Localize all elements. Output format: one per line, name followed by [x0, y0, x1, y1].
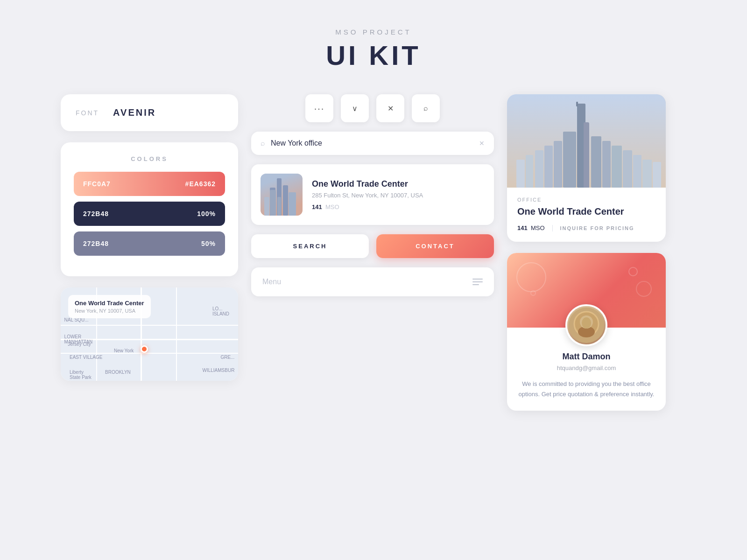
profile-avatar — [565, 304, 607, 346]
office-mso-label: MSO — [531, 224, 545, 231]
font-label: FONT — [76, 109, 99, 117]
main-grid: FONT AVENIR COLORS FFC0A7 #EA6362 272B48… — [61, 94, 686, 411]
search-clear-icon[interactable]: ✕ — [479, 140, 485, 147]
astronaut-illustration — [567, 306, 606, 344]
map-label: EAST VILLAGE — [70, 355, 102, 360]
result-address: 285 Fulton St, New York, NY 10007, USA — [312, 192, 485, 199]
search-query[interactable]: New York office — [271, 139, 473, 147]
svg-rect-7 — [576, 102, 578, 106]
svg-point-25 — [582, 317, 591, 329]
swatch-left-label: FFC0A7 — [83, 180, 111, 188]
svg-rect-4 — [264, 197, 269, 216]
close-icon: ✕ — [388, 104, 394, 113]
hamburger-line-3 — [472, 284, 479, 285]
right-column: OFFICE One World Trade Center 141 MSO IN… — [507, 94, 666, 411]
svg-rect-17 — [623, 150, 632, 188]
hamburger-line-2 — [472, 281, 483, 282]
contact-action-button[interactable]: CONTACT — [376, 234, 494, 258]
svg-rect-13 — [516, 160, 525, 188]
map-road — [61, 325, 238, 326]
hamburger-icon[interactable] — [472, 279, 483, 285]
colors-card: COLORS FFC0A7 #EA6362 272B48 100% 272B48… — [61, 142, 238, 276]
page-header: MSO PROJECT UI KIT — [326, 28, 421, 71]
more-button[interactable]: ··· — [305, 94, 333, 122]
close-button[interactable]: ✕ — [376, 94, 404, 122]
map-place-overlay: One World Trade Center New York, NY 1000… — [68, 295, 151, 318]
nyc-skyline-svg — [507, 94, 666, 188]
map-background: NAL SQU... LO...ISLAND LOWERMANHATTAN GR… — [61, 287, 238, 381]
office-info: OFFICE One World Trade Center 141 MSO IN… — [507, 188, 666, 242]
menu-label: Menu — [262, 278, 281, 286]
map-label: WILLIAMSBUR — [203, 368, 235, 373]
swatch-mid-left: 272B48 — [83, 240, 109, 247]
search-result-card: One World Trade Center 285 Fulton St, Ne… — [251, 164, 494, 225]
map-place-address: New York, NY 10007, USA — [75, 308, 144, 314]
svg-rect-11 — [535, 150, 543, 188]
office-pricing: INQUIRE FOR PRICING — [560, 225, 634, 231]
profile-card: Matt Damon htquandg@gmail.com We is comm… — [507, 253, 666, 411]
dropdown-button[interactable]: ∨ — [341, 94, 369, 122]
office-mso-count: 141 — [517, 224, 528, 231]
office-card: OFFICE One World Trade Center 141 MSO IN… — [507, 94, 666, 242]
map-label: New York — [114, 348, 134, 353]
more-icon: ··· — [314, 103, 325, 114]
map-label: LibertyState Park — [70, 370, 92, 380]
profile-banner — [507, 253, 666, 328]
left-column: FONT AVENIR COLORS FFC0A7 #EA6362 272B48… — [61, 94, 238, 411]
center-column: ··· ∨ ✕ ⌕ ⌕ New York office ✕ — [251, 94, 494, 411]
result-image-inner — [261, 174, 303, 216]
map-card: NAL SQU... LO...ISLAND LOWERMANHATTAN GR… — [61, 287, 238, 381]
svg-rect-1 — [270, 190, 276, 216]
font-name: AVENIR — [113, 107, 156, 118]
colors-title: COLORS — [74, 155, 225, 162]
search-action-button[interactable]: SEARCH — [251, 234, 369, 258]
swatch-dark-left: 272B48 — [83, 210, 109, 217]
color-swatch-dark: 272B48 100% — [74, 202, 225, 226]
svg-rect-10 — [544, 146, 553, 188]
result-name: One World Trade Center — [312, 179, 485, 189]
result-meta: 141 MSO — [312, 203, 485, 210]
menu-card[interactable]: Menu — [251, 267, 494, 296]
office-name: One World Trade Center — [517, 206, 655, 217]
result-info: One World Trade Center 285 Fulton St, Ne… — [312, 179, 485, 210]
avatar-inner — [567, 306, 606, 344]
svg-rect-16 — [612, 146, 622, 188]
svg-rect-0 — [277, 178, 282, 216]
map-label: GRE... — [220, 355, 234, 360]
color-swatch-gradient: FFC0A7 #EA6362 — [74, 172, 225, 196]
meta-divider — [552, 225, 553, 231]
svg-rect-6 — [577, 104, 585, 188]
search-icon: ⌕ — [423, 104, 428, 112]
icon-buttons-row: ··· ∨ ✕ ⌕ — [251, 94, 494, 122]
svg-rect-2 — [283, 185, 288, 216]
office-image — [507, 94, 666, 188]
chevron-down-icon: ∨ — [352, 104, 358, 113]
svg-rect-18 — [633, 155, 641, 188]
map-label: BROOKLYN — [105, 370, 131, 375]
search-bar[interactable]: ⌕ New York office ✕ — [251, 132, 494, 155]
svg-rect-14 — [591, 136, 601, 188]
profile-name: Matt Damon — [517, 352, 655, 362]
deco-circle-sm — [530, 290, 536, 296]
office-mso: 141 MSO — [517, 224, 545, 231]
svg-rect-9 — [554, 141, 562, 188]
search-icon-small: ⌕ — [261, 139, 265, 147]
office-category: OFFICE — [517, 197, 655, 203]
search-button-icon[interactable]: ⌕ — [412, 94, 440, 122]
result-image — [261, 174, 303, 216]
map-label: Jersey City — [68, 342, 91, 347]
svg-rect-20 — [653, 162, 661, 188]
svg-rect-19 — [642, 160, 652, 188]
swatch-mid-right: 50% — [201, 240, 216, 247]
action-buttons: SEARCH CONTACT — [251, 234, 494, 258]
map-place-name: One World Trade Center — [75, 300, 144, 307]
font-card: FONT AVENIR — [61, 94, 238, 131]
result-mso-label: MSO — [325, 203, 339, 210]
svg-rect-12 — [526, 155, 533, 188]
map-label: LO...ISLAND — [212, 306, 229, 316]
map-location-dot — [141, 345, 148, 353]
header-title: UI KIT — [326, 40, 421, 71]
svg-rect-15 — [602, 141, 611, 188]
svg-rect-3 — [289, 192, 296, 216]
office-meta: 141 MSO INQUIRE FOR PRICING — [517, 224, 655, 231]
